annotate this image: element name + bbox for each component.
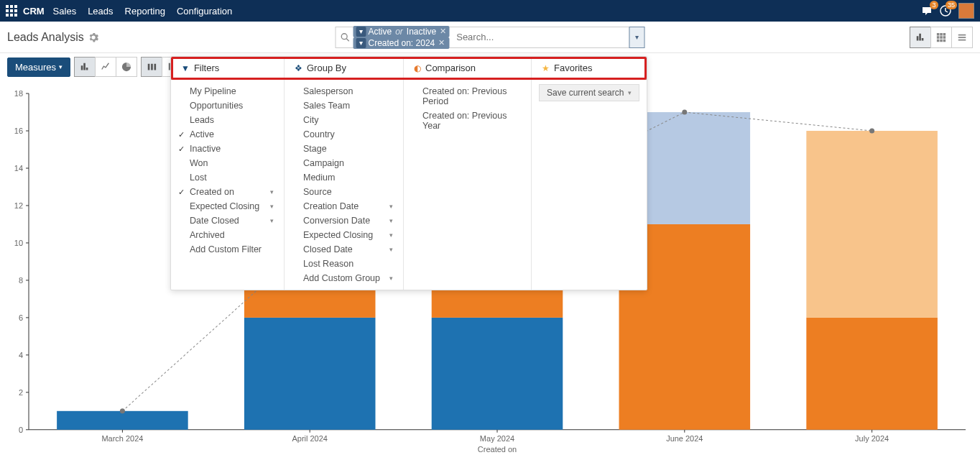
favorites-column: Save current search▾: [532, 80, 647, 81]
view-graph[interactable]: [910, 27, 931, 48]
activities-count: 35: [946, 1, 957, 9]
star-icon: ★: [542, 63, 550, 73]
header-filters: ▼Filters: [171, 57, 285, 79]
remove-facet-icon[interactable]: ✕: [438, 38, 445, 47]
search-box[interactable]: ▾ActiveorInactive✕▾Created on: 2024✕: [336, 27, 630, 48]
nav-configuration[interactable]: Configuration: [177, 6, 232, 17]
activities-icon[interactable]: 35: [940, 5, 951, 17]
filter-icon: ▾: [356, 27, 366, 37]
dropdown-header: ▼Filters ❖Group By ◐Comparison ★Favorite…: [171, 57, 647, 80]
chart-bar-icon[interactable]: [74, 57, 96, 77]
search-input[interactable]: [452, 32, 624, 42]
nav-reporting[interactable]: Reporting: [125, 6, 165, 17]
layers-icon: ❖: [295, 63, 302, 73]
search-facet[interactable]: ▾Created on: 2024✕: [353, 37, 450, 49]
view-switcher: [910, 27, 973, 48]
filter-icon: ▼: [181, 63, 190, 73]
chart-line-icon[interactable]: [95, 57, 116, 77]
nav-menu: Sales Leads Reporting Configuration: [53, 6, 921, 17]
search-wrap: ▾ActiveorInactive✕▾Created on: 2024✕ ▾: [336, 27, 645, 48]
header-favorites: ★Favorites: [532, 57, 647, 79]
search-options-toggle[interactable]: ▾: [629, 27, 645, 48]
search-facet[interactable]: ▾ActiveorInactive✕: [353, 26, 450, 37]
remove-facet-icon[interactable]: ✕: [440, 27, 446, 36]
stacked-icon[interactable]: [141, 57, 162, 77]
page-title: Leads Analysis: [7, 31, 98, 44]
groupby-column: SalespersonSales TeamCityCountryStageCam…: [285, 80, 404, 81]
gear-icon[interactable]: [88, 32, 98, 42]
view-list[interactable]: [951, 27, 973, 48]
view-pivot[interactable]: [930, 27, 952, 48]
control-row: Leads Analysis ▾ActiveorInactive✕▾Create…: [0, 22, 980, 53]
contrast-icon: ◐: [414, 63, 421, 73]
svg-point-1: [341, 33, 347, 39]
messages-count: 3: [930, 1, 938, 9]
search-dropdown: ▼Filters ❖Group By ◐Comparison ★Favorite…: [170, 56, 647, 81]
filter-icon: ▾: [356, 38, 366, 48]
messages-icon[interactable]: 3: [921, 5, 933, 17]
chart-pie-icon[interactable]: [116, 57, 137, 77]
search-icon: [341, 32, 351, 42]
header-comparison: ◐Comparison: [404, 57, 532, 79]
filters-column: My PipelineOpportunitiesLeadsActiveInact…: [171, 80, 285, 81]
header-groupby: ❖Group By: [285, 57, 404, 79]
comparison-column: Created on: Previous PeriodCreated on: P…: [404, 80, 532, 81]
brand[interactable]: CRM: [23, 6, 45, 17]
navbar: CRM Sales Leads Reporting Configuration …: [0, 0, 980, 22]
measures-button[interactable]: Measures ▾: [7, 58, 70, 77]
nav-leads[interactable]: Leads: [88, 6, 113, 17]
nav-sales[interactable]: Sales: [53, 6, 77, 17]
apps-icon[interactable]: [6, 5, 17, 17]
avatar[interactable]: [958, 3, 974, 19]
